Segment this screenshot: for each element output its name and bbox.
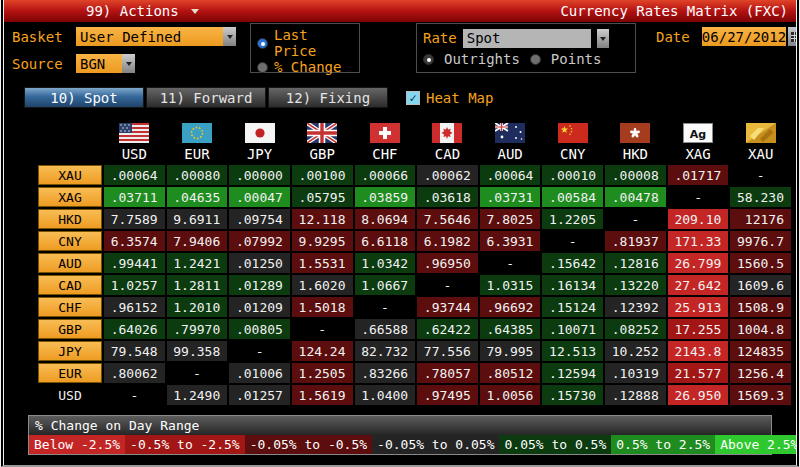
cell-usd-aud[interactable]: 1.0056 — [480, 385, 541, 405]
cell-gbp-usd[interactable]: .64026 — [104, 319, 165, 339]
cell-jpy-aud[interactable]: 79.995 — [480, 341, 541, 361]
cell-hkd-xag[interactable]: 209.10 — [668, 209, 729, 229]
cell-aud-cad[interactable]: .96950 — [417, 253, 478, 273]
pct-change-option[interactable]: % Change — [257, 59, 353, 75]
row-label-hkd[interactable]: HKD — [38, 209, 102, 229]
cell-gbp-xau[interactable]: 1004.8 — [730, 319, 791, 339]
cell-xau-hkd[interactable]: .00008 — [605, 165, 666, 185]
cell-hkd-usd[interactable]: 7.7589 — [104, 209, 165, 229]
cell-xag-eur[interactable]: .04635 — [167, 187, 228, 207]
cell-usd-usd[interactable]: - — [104, 385, 165, 405]
cell-cad-aud[interactable]: 1.0315 — [480, 275, 541, 295]
cell-jpy-xag[interactable]: 2143.8 — [668, 341, 729, 361]
cell-gbp-cad[interactable]: .62422 — [417, 319, 478, 339]
heat-map-checkbox-icon[interactable]: ✓ — [406, 91, 420, 105]
cell-eur-gbp[interactable]: 1.2505 — [292, 363, 353, 383]
cell-gbp-jpy[interactable]: .00805 — [229, 319, 290, 339]
cell-aud-gbp[interactable]: 1.5531 — [292, 253, 353, 273]
cell-hkd-aud[interactable]: 7.8025 — [480, 209, 541, 229]
cell-eur-aud[interactable]: .80512 — [480, 363, 541, 383]
row-label-xau[interactable]: XAU — [38, 165, 102, 185]
basket-dropdown-arrow-icon[interactable] — [223, 27, 236, 46]
cell-hkd-cny[interactable]: 1.2205 — [542, 209, 603, 229]
cell-hkd-jpy[interactable]: .09754 — [229, 209, 290, 229]
cell-eur-cad[interactable]: .78057 — [417, 363, 478, 383]
cell-cad-cad[interactable]: - — [417, 275, 478, 295]
tab-10-spot[interactable]: 10) Spot — [24, 87, 144, 108]
cell-chf-jpy[interactable]: .01209 — [229, 297, 290, 317]
cell-xag-usd[interactable]: .03711 — [104, 187, 165, 207]
cell-xag-chf[interactable]: .03859 — [355, 187, 416, 207]
cell-jpy-cad[interactable]: 77.556 — [417, 341, 478, 361]
cell-jpy-chf[interactable]: 82.732 — [355, 341, 416, 361]
cell-jpy-xau[interactable]: 124835 — [730, 341, 791, 361]
cell-xau-jpy[interactable]: .00000 — [229, 165, 290, 185]
cell-cny-usd[interactable]: 6.3574 — [104, 231, 165, 251]
cell-jpy-gbp[interactable]: 124.24 — [292, 341, 353, 361]
row-label-cny[interactable]: CNY — [38, 231, 102, 251]
cell-xau-cny[interactable]: .00010 — [542, 165, 603, 185]
cell-cny-chf[interactable]: 6.6118 — [355, 231, 416, 251]
cell-xau-usd[interactable]: .00064 — [104, 165, 165, 185]
cell-jpy-cny[interactable]: 12.513 — [542, 341, 603, 361]
rate-dropdown[interactable]: Spot — [463, 29, 591, 48]
cell-gbp-aud[interactable]: .64385 — [480, 319, 541, 339]
row-label-gbp[interactable]: GBP — [38, 319, 102, 339]
cell-usd-cny[interactable]: .15730 — [542, 385, 603, 405]
points-radio-icon[interactable] — [530, 54, 541, 65]
cell-cny-hkd[interactable]: .81937 — [605, 231, 666, 251]
cell-chf-cad[interactable]: .93744 — [417, 297, 478, 317]
cell-eur-eur[interactable]: - — [167, 363, 228, 383]
cell-xag-cad[interactable]: .03618 — [417, 187, 478, 207]
cell-usd-hkd[interactable]: .12888 — [605, 385, 666, 405]
cell-eur-xag[interactable]: 21.577 — [668, 363, 729, 383]
cell-hkd-chf[interactable]: 8.0694 — [355, 209, 416, 229]
cell-aud-chf[interactable]: 1.0342 — [355, 253, 416, 273]
cell-cad-jpy[interactable]: .01289 — [229, 275, 290, 295]
cell-eur-usd[interactable]: .80062 — [104, 363, 165, 383]
cell-usd-chf[interactable]: 1.0400 — [355, 385, 416, 405]
cell-xag-gbp[interactable]: .05795 — [292, 187, 353, 207]
cell-gbp-cny[interactable]: .10071 — [542, 319, 603, 339]
cell-cny-aud[interactable]: 6.3931 — [480, 231, 541, 251]
cell-xau-eur[interactable]: .00080 — [167, 165, 228, 185]
cell-cad-hkd[interactable]: .13220 — [605, 275, 666, 295]
cell-eur-hkd[interactable]: .10319 — [605, 363, 666, 383]
source-dropdown-arrow-icon[interactable] — [122, 54, 135, 73]
date-field[interactable]: 06/27/2012 — [702, 27, 800, 46]
cell-chf-hkd[interactable]: .12392 — [605, 297, 666, 317]
cell-usd-xag[interactable]: 26.950 — [668, 385, 729, 405]
cell-cad-cny[interactable]: .16134 — [542, 275, 603, 295]
last-price-radio-icon[interactable] — [257, 38, 268, 49]
cell-xag-cny[interactable]: .00584 — [542, 187, 603, 207]
cell-jpy-eur[interactable]: 99.358 — [167, 341, 228, 361]
cell-hkd-eur[interactable]: 9.6911 — [167, 209, 228, 229]
cell-eur-cny[interactable]: .12594 — [542, 363, 603, 383]
cell-aud-xau[interactable]: 1560.5 — [730, 253, 791, 273]
row-label-jpy[interactable]: JPY — [38, 341, 102, 361]
pct-change-radio-icon[interactable] — [257, 62, 268, 73]
cell-cny-cad[interactable]: 6.1982 — [417, 231, 478, 251]
cell-eur-chf[interactable]: .83266 — [355, 363, 416, 383]
cell-chf-usd[interactable]: .96152 — [104, 297, 165, 317]
cell-eur-xau[interactable]: 1256.4 — [730, 363, 791, 383]
cell-chf-gbp[interactable]: 1.5018 — [292, 297, 353, 317]
cell-xau-xag[interactable]: .01717 — [668, 165, 729, 185]
cell-xau-chf[interactable]: .00066 — [355, 165, 416, 185]
cell-usd-jpy[interactable]: .01257 — [229, 385, 290, 405]
cell-xau-xau[interactable]: - — [730, 165, 791, 185]
cell-cad-eur[interactable]: 1.2811 — [167, 275, 228, 295]
tab-12-fixing[interactable]: 12) Fixing — [268, 87, 388, 108]
cell-jpy-hkd[interactable]: 10.252 — [605, 341, 666, 361]
cell-usd-eur[interactable]: 1.2490 — [167, 385, 228, 405]
cell-cny-cny[interactable]: - — [542, 231, 603, 251]
cell-chf-eur[interactable]: 1.2010 — [167, 297, 228, 317]
cell-cny-eur[interactable]: 7.9406 — [167, 231, 228, 251]
cell-chf-xau[interactable]: 1508.9 — [730, 297, 791, 317]
cell-hkd-hkd[interactable]: - — [605, 209, 666, 229]
cell-cad-xau[interactable]: 1609.6 — [730, 275, 791, 295]
actions-menu[interactable]: 99) Actions — [86, 3, 199, 19]
cell-cny-jpy[interactable]: .07992 — [229, 231, 290, 251]
cell-xag-hkd[interactable]: .00478 — [605, 187, 666, 207]
cell-xau-gbp[interactable]: .00100 — [292, 165, 353, 185]
